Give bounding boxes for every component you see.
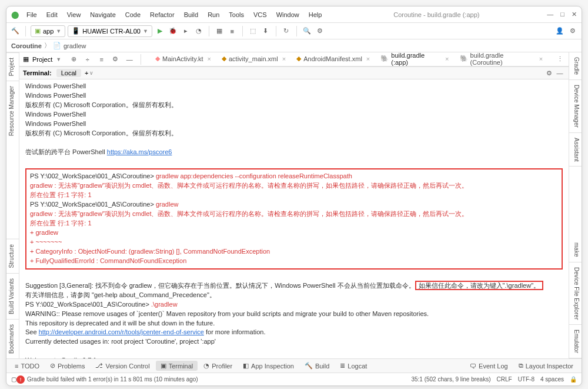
tab-mainactivity[interactable]: ◆MainActivity.kt× — [151, 54, 216, 65]
tool-version-control[interactable]: ⎇Version Control — [91, 361, 154, 371]
tool-label: Profiler — [212, 363, 232, 370]
logcat-icon: ≣ — [340, 362, 345, 370]
sdk-icon[interactable]: ⬇ — [260, 26, 271, 36]
term-line: Windows PowerShell — [25, 91, 563, 101]
device-combo[interactable]: 📱 HUAWEI CTR-AL00 ▼ — [68, 25, 152, 37]
sidebar-project[interactable]: Project — [6, 52, 19, 81]
terminal-add-tab[interactable]: + — [85, 69, 88, 77]
sidebar-build-variants[interactable]: Build Variants — [6, 273, 19, 319]
profile-icon[interactable]: ◔ — [193, 26, 204, 36]
breadcrumb-project[interactable]: Coroutine — [11, 42, 42, 49]
term-cmd: .\gradlew — [151, 301, 178, 308]
close-icon[interactable]: × — [208, 55, 211, 62]
term-line: 尝试新的跨平台 PowerShell https://aka.ms/pscore… — [25, 148, 563, 157]
menu-refactor[interactable]: Refactor — [146, 9, 179, 20]
search-icon[interactable]: 🔍 — [302, 26, 312, 36]
tab-build-gradle-app[interactable]: 🐘build.gradle (:app)× — [376, 51, 453, 68]
term-line: Suggestion [3,General]: 找不到命令 gradlew，但它… — [25, 281, 563, 291]
terminal-output[interactable]: Windows PowerShell Windows PowerShell 版权… — [19, 79, 569, 358]
status-position[interactable]: 35:1 (502 chars, 9 line breaks) — [411, 376, 490, 383]
hammer-icon[interactable]: 🔨 — [10, 26, 21, 36]
tool-problems[interactable]: ⊘Problems — [45, 361, 89, 371]
sidebar-structure[interactable]: Structure — [6, 239, 19, 273]
collapse-status-icon[interactable]: ▢ — [11, 376, 16, 383]
settings-icon[interactable]: ⚙ — [315, 26, 325, 36]
status-indent[interactable]: 4 spaces — [540, 376, 564, 383]
sidebar-assistant[interactable]: Assistant — [569, 133, 582, 167]
run-icon[interactable]: ▶ — [155, 26, 165, 36]
menu-window[interactable]: Window — [272, 9, 303, 20]
tab-manifest[interactable]: ◆AndroidManifest.xml× — [292, 54, 375, 65]
close-icon[interactable]: × — [282, 55, 286, 62]
term-line: 版权所有 (C) Microsoft Corporation。保留所有权利。 — [25, 129, 563, 138]
sidebar-emulator[interactable]: Emulator — [569, 325, 582, 358]
stop-icon[interactable]: ■ — [227, 26, 238, 36]
terminal-tab-local[interactable]: Local — [56, 69, 81, 77]
tab-activity-main[interactable]: ◆activity_main.xml× — [217, 54, 290, 65]
more-icon[interactable]: ⋮ — [554, 54, 565, 65]
run-config-combo[interactable]: ▣ app ▼ — [31, 25, 65, 37]
close-icon[interactable]: × — [539, 55, 543, 62]
maximize-icon[interactable]: □ — [560, 11, 564, 18]
expand-icon[interactable]: ≡ — [96, 54, 107, 65]
sidebar-device-manager[interactable]: Device Manager — [569, 80, 582, 133]
target-icon[interactable]: ⊕ — [68, 54, 79, 65]
tool-todo[interactable]: ≡TODO — [10, 361, 44, 371]
terminal-gear-icon[interactable]: ⚙ — [544, 68, 554, 78]
gear-icon[interactable]: ⚙ — [111, 54, 121, 65]
tool-logcat[interactable]: ≣Logcat — [335, 361, 372, 371]
lock-icon[interactable]: 🔒 — [570, 376, 577, 383]
tool-layout-inspector[interactable]: ⧉Layout Inspector — [514, 361, 578, 371]
user-icon[interactable]: 👤 — [554, 26, 565, 36]
term-cmd: gradlew app:dependencies --configuration… — [156, 172, 352, 179]
sidebar-bookmarks[interactable]: Bookmarks — [6, 319, 19, 358]
sidebar-make[interactable]: make — [569, 238, 582, 262]
pscore-link[interactable]: https://aka.ms/pscore6 — [107, 148, 172, 155]
collapse-icon[interactable]: ÷ — [82, 54, 93, 65]
breadcrumb-file[interactable]: gradlew — [64, 42, 86, 49]
minimize-icon[interactable]: — — [547, 11, 553, 18]
hide-icon[interactable]: — — [124, 54, 135, 65]
close-icon[interactable]: × — [366, 55, 370, 62]
menu-navigate[interactable]: Navigate — [86, 9, 119, 20]
menu-edit[interactable]: Edit — [42, 9, 62, 20]
error-box: PS Y:\002_WorkSpace\001_AS\Coroutine> gr… — [25, 168, 563, 269]
sync-icon[interactable]: ↻ — [281, 26, 292, 36]
term-line: Welcome to Gradle 6.7.1. — [25, 356, 563, 358]
tool-profiler[interactable]: ◔Profiler — [199, 361, 237, 371]
sidebar-device-file-explorer[interactable]: Device File Explorer — [569, 262, 582, 325]
term-line: + ~~~~~~~ — [30, 238, 558, 247]
menu-file[interactable]: File — [22, 9, 41, 20]
debug-icon[interactable]: 🐞 — [168, 26, 178, 36]
avd-icon[interactable]: ⬚ — [248, 26, 258, 36]
menu-build[interactable]: Build — [180, 9, 202, 20]
chevron-icon: 〉 — [44, 41, 51, 50]
menu-vcs[interactable]: VCS — [249, 9, 271, 20]
build-icon: 🔨 — [305, 362, 313, 370]
tool-build[interactable]: 🔨Build — [300, 361, 334, 371]
sidebar-resource-manager[interactable]: Resource Manager — [6, 81, 19, 141]
menu-tools[interactable]: Tools — [225, 9, 248, 20]
menu-help[interactable]: Help — [305, 9, 326, 20]
tool-terminal[interactable]: ▣Terminal — [156, 361, 198, 371]
terminal-hide-icon[interactable]: — — [554, 68, 565, 78]
tool-event-log[interactable]: 🗨Event Log — [465, 361, 513, 371]
close-icon[interactable]: × — [445, 55, 449, 62]
status-crlf[interactable]: CRLF — [497, 376, 512, 383]
tool-app-inspection[interactable]: ◧App Inspection — [238, 361, 299, 371]
coverage-icon[interactable]: ▸ — [181, 26, 191, 36]
jcenter-link[interactable]: http://developer.android.com/r/tools/jce… — [39, 328, 204, 335]
status-encoding[interactable]: UTF-8 — [518, 376, 534, 383]
menu-code[interactable]: Code — [121, 9, 145, 20]
term-line: Currently detected usages in: root proje… — [25, 337, 563, 347]
ide-settings-icon[interactable]: ⚙ — [567, 26, 578, 36]
attach-debug-icon[interactable]: ▦ — [214, 26, 225, 36]
sidebar-gradle[interactable]: Gradle — [569, 52, 582, 80]
project-panel-label[interactable]: Project — [32, 56, 52, 63]
menu-run[interactable]: Run — [203, 9, 223, 20]
menu-view[interactable]: View — [63, 9, 85, 20]
close-icon[interactable]: ✕ — [572, 11, 577, 18]
tab-label: build.gradle (Coroutine) — [470, 52, 535, 66]
tab-build-gradle-root[interactable]: 🐘build.gradle (Coroutine)× — [455, 51, 548, 68]
term-line: This repository is deprecated and it wil… — [25, 319, 563, 328]
